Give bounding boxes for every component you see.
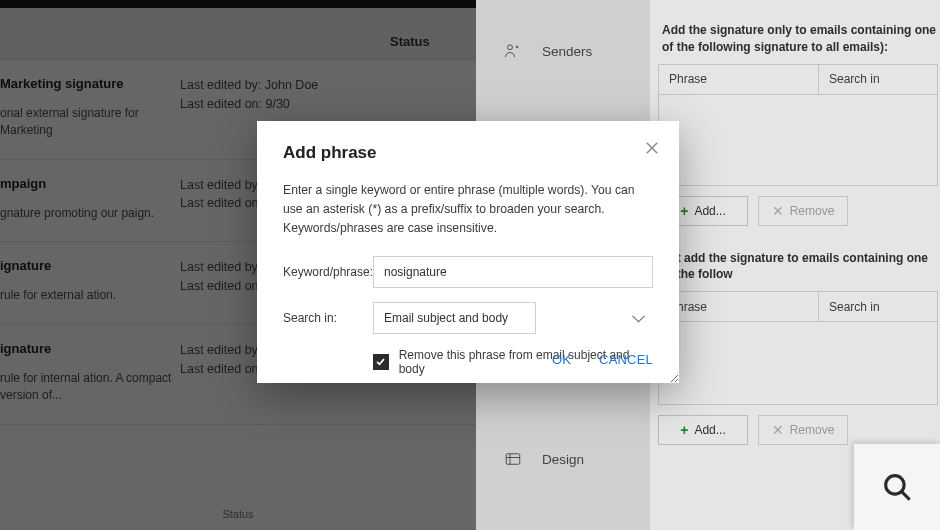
cancel-button[interactable]: CANCEL: [599, 352, 653, 367]
svg-point-7: [886, 476, 904, 494]
remove-phrase-checkbox[interactable]: [373, 354, 389, 370]
search-icon: [880, 470, 914, 504]
close-icon: [645, 141, 659, 155]
dialog-title: Add phrase: [283, 143, 653, 163]
checkmark-icon: [375, 356, 386, 367]
search-fab[interactable]: [854, 444, 940, 530]
close-button[interactable]: [643, 139, 661, 157]
keyword-label: Keyword/phrase:: [283, 265, 373, 279]
searchin-select[interactable]: Email subject and body: [373, 302, 536, 334]
ok-button[interactable]: OK: [552, 352, 571, 367]
dialog-description: Enter a single keyword or entire phrase …: [283, 181, 653, 238]
searchin-label: Search in:: [283, 311, 373, 325]
add-phrase-dialog: Add phrase Enter a single keyword or ent…: [257, 121, 679, 383]
keyword-input[interactable]: [373, 256, 653, 288]
